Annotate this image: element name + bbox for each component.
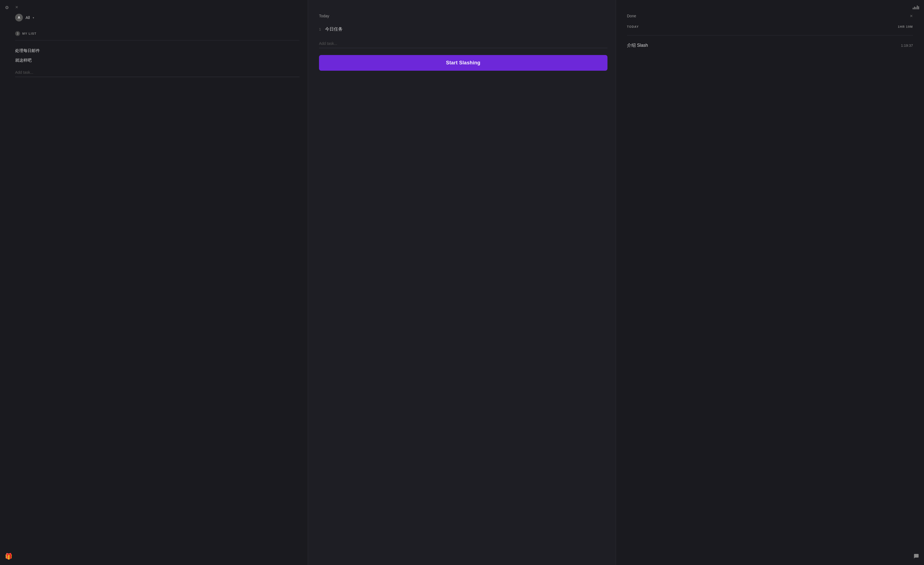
done-task-name: 介绍 Slash — [627, 43, 648, 48]
done-panel-title: Done — [627, 14, 636, 18]
stats-bars-icon[interactable] — [913, 5, 919, 9]
list-divider — [15, 40, 300, 41]
chevron-down-icon[interactable]: ▾ — [33, 16, 34, 19]
settings-icon[interactable]: ⚙ — [5, 5, 9, 10]
add-task-input-middle[interactable] — [319, 39, 608, 48]
task-number: 1 — [319, 27, 321, 32]
today-task-row: 1 今日任务 — [319, 26, 608, 32]
add-task-input-left[interactable] — [15, 68, 300, 77]
list-header: 3 MY LIST — [15, 31, 300, 36]
all-filter-label: All — [26, 15, 30, 20]
done-task-time: 1:19:37 — [901, 44, 913, 48]
done-stats-row: TODAY 1HR 19M — [627, 25, 913, 31]
done-divider — [627, 35, 913, 36]
panel-header: A All ▾ — [15, 14, 300, 21]
done-time-total: 1HR 19M — [898, 25, 913, 29]
my-list-section: 3 MY LIST 处理每日邮件 就这样吧 — [15, 31, 300, 77]
right-panel: Done ✕ TODAY 1HR 19M 介绍 Slash 1:19:37 — [616, 0, 924, 565]
middle-panel: Today 1 今日任务 Start Slashing — [308, 0, 616, 565]
today-panel-title: Today — [319, 14, 608, 18]
left-panel: ✕ A All ▾ 3 MY LIST 处理每日邮件 就这样吧 — [0, 0, 308, 565]
list-item[interactable]: 处理每日邮件 — [15, 46, 300, 56]
close-right-icon[interactable]: ✕ — [910, 14, 913, 18]
gift-icon[interactable]: 🎁 — [5, 553, 12, 560]
chat-icon[interactable] — [914, 553, 919, 560]
list-count-badge: 3 — [15, 31, 20, 36]
list-title: MY LIST — [22, 32, 37, 35]
avatar: A — [15, 14, 23, 21]
close-left-icon[interactable]: ✕ — [15, 5, 18, 9]
done-header: Done ✕ — [627, 14, 913, 18]
list-item[interactable]: 就这样吧 — [15, 56, 300, 65]
start-slashing-button[interactable]: Start Slashing — [319, 55, 608, 71]
done-task-row[interactable]: 介绍 Slash 1:19:37 — [627, 41, 913, 51]
done-date-label: TODAY — [627, 25, 639, 29]
today-task-name: 今日任务 — [325, 26, 343, 32]
